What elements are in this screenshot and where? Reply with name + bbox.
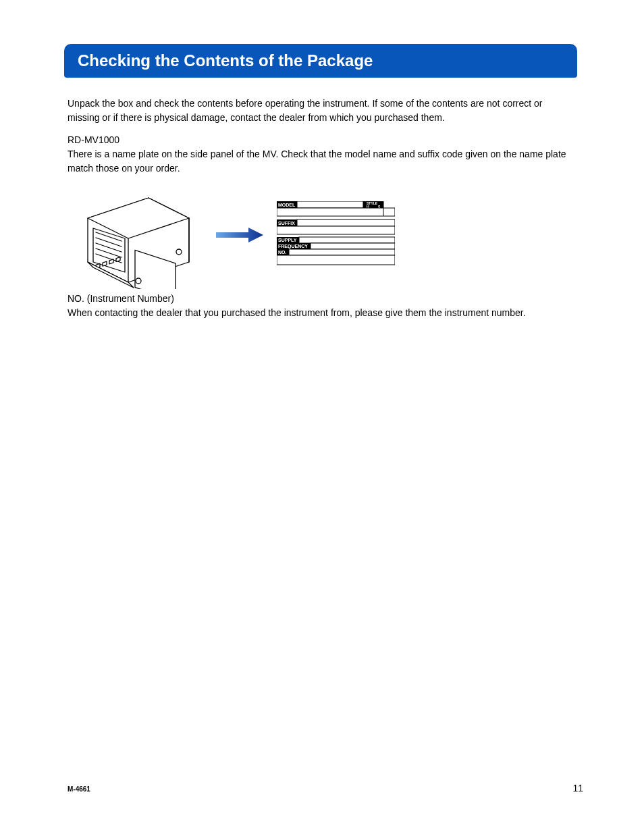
manual-page: Checking the Contents of the Package Unp…	[0, 0, 644, 834]
plate-frequency-label: FREQUENCY	[278, 244, 308, 249]
plate-suffix-label: SUFFIX	[278, 221, 295, 226]
arrow-icon	[216, 225, 263, 245]
svg-rect-27	[297, 219, 395, 226]
plate-supply-label: SUPPLY	[278, 238, 297, 242]
model-heading: RD-MV1000	[68, 133, 567, 147]
page-number: 11	[572, 783, 583, 793]
section-title-bar: Checking the Contents of the Package	[64, 44, 577, 78]
svg-rect-28	[277, 226, 395, 234]
instrument-number-block: NO. (Instrument Number) When contacting …	[68, 292, 567, 320]
figure-row: MODEL STYLE H S SUFFIX SUPPLY	[68, 181, 590, 289]
svg-rect-20	[297, 201, 363, 208]
svg-rect-11	[103, 261, 107, 266]
no-text: When contacting the dealer that you purc…	[68, 306, 567, 320]
plate-no-label: NO.	[278, 250, 287, 255]
model-text: There is a name plate on the side panel …	[68, 147, 567, 176]
svg-rect-12	[109, 259, 113, 264]
svg-rect-35	[277, 255, 395, 265]
document-number: M-4661	[68, 785, 90, 793]
page-footer: M-4661 11	[68, 783, 583, 793]
svg-rect-34	[289, 249, 395, 255]
svg-rect-30	[299, 237, 395, 243]
body-text-block: Unpack the box and check the contents be…	[68, 97, 567, 176]
svg-rect-24	[277, 208, 395, 216]
svg-rect-13	[116, 257, 120, 262]
intro-paragraph: Unpack the box and check the contents be…	[68, 97, 567, 125]
section-title: Checking the Contents of the Package	[78, 51, 373, 70]
svg-point-15	[176, 249, 182, 255]
svg-rect-32	[311, 243, 395, 249]
plate-model-label: MODEL	[278, 203, 296, 207]
svg-marker-18	[216, 228, 263, 242]
device-illustration	[68, 181, 203, 289]
no-heading: NO. (Instrument Number)	[68, 292, 567, 306]
nameplate-illustration: MODEL STYLE H S SUFFIX SUPPLY	[277, 201, 395, 269]
svg-point-16	[136, 278, 141, 284]
model-subsection: RD-MV1000 There is a name plate on the s…	[68, 133, 567, 176]
